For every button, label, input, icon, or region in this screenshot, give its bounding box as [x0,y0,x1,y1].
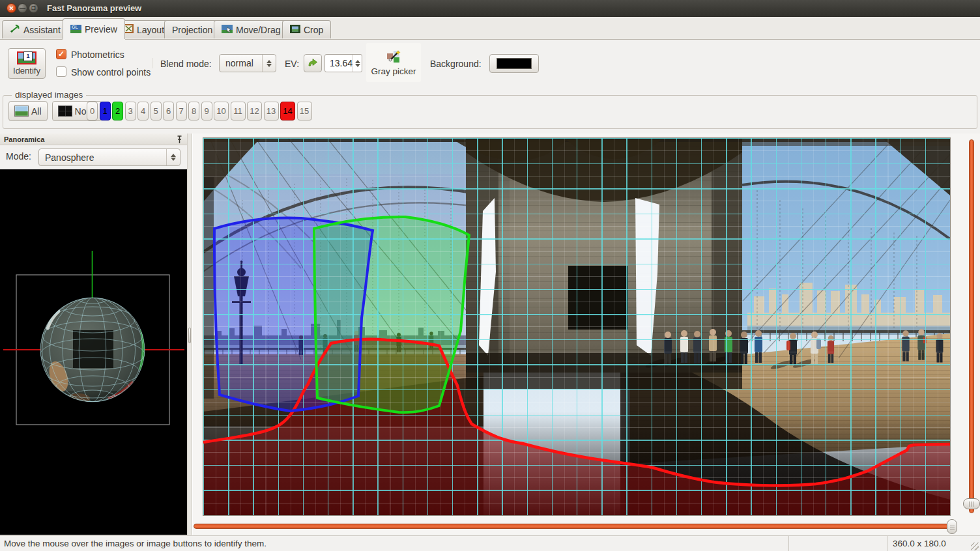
photometrics-checkbox[interactable]: ✓ [56,49,66,59]
image-toggle-5[interactable]: 5 [151,102,162,120]
show-control-points-checkbox[interactable] [56,66,66,77]
gray-picker-icon [386,49,401,64]
tab-label: Projection [172,25,212,35]
panosphere-canvas[interactable] [0,169,187,535]
photometrics-label: Photometrics [71,49,124,60]
background-swatch [497,58,532,69]
image-toggle-13[interactable]: 13 [264,102,279,120]
image-toggle-10[interactable]: 10 [214,102,229,120]
blend-mode-select[interactable]: normal [219,54,276,72]
fast-panorama-preview-window: ✕ — ❒ Fast Panorama preview Assistant GL… [0,0,980,551]
image-toggle-15[interactable]: 15 [297,102,312,120]
panel-splitter[interactable] [187,134,192,535]
image-toggle-1[interactable]: 1 [100,102,111,120]
window-title: Fast Panorama preview [47,0,141,17]
ev-label: EV: [285,59,299,69]
image-toggle-0[interactable]: 0 [87,102,98,120]
maximize-icon[interactable]: ❒ [29,3,38,13]
image-toggle-3[interactable]: 3 [125,102,136,120]
toolbar-separator [152,58,153,68]
tab-projection[interactable]: Projection [164,20,220,38]
displayed-images-legend: displayed images [12,90,86,100]
image-toggle-7[interactable]: 7 [176,102,187,120]
splitter-grip[interactable] [188,328,191,343]
tab-crop[interactable]: Crop [282,20,331,38]
vertical-pan-slider-handle[interactable] [963,498,980,509]
tab-bar: Assistant GL Preview Layout Projection M… [0,17,980,40]
resize-grip[interactable] [971,543,979,550]
tab-label: Preview [85,24,117,35]
mode-label: Mode: [6,151,31,162]
tab-move-drag[interactable]: Move/Drag [214,20,288,38]
crop-icon [290,25,300,35]
tab-label: Assistant [23,25,61,35]
image-toggle-6[interactable]: 6 [163,102,174,120]
show-all-button[interactable]: All [8,101,48,121]
tab-assistant[interactable]: Assistant [2,20,68,38]
title-bar: ✕ — ❒ Fast Panorama preview [0,0,980,18]
preview-pane [192,134,980,535]
close-icon[interactable]: ✕ [7,3,16,13]
status-bar: Move the mouse over the images or image … [0,535,980,551]
panosphere-rendering [0,169,187,535]
mode-select[interactable]: Panosphere [38,148,180,166]
image-toggle-2[interactable]: 2 [112,102,123,120]
horizontal-pan-slider-handle[interactable] [947,519,957,534]
chevron-updown-icon [262,55,276,72]
status-cell-empty [789,536,887,551]
panoramica-panel-header[interactable]: Panoramica [0,134,187,145]
image-toggle-12[interactable]: 12 [247,102,262,120]
assistant-icon [10,24,20,35]
blend-mode-label: Blend mode: [160,59,212,69]
no-images-icon [58,106,72,117]
gl-preview-icon: GL [70,25,81,33]
image-toggle-8[interactable]: 8 [188,102,199,120]
ev-value-spinner[interactable]: 13.64 [324,54,362,72]
all-images-icon [14,106,29,117]
layout-icon [124,24,134,35]
image-toggle-14[interactable]: 14 [280,102,295,120]
image-toggle-11[interactable]: 11 [231,102,246,120]
ev-reset-button[interactable] [304,54,322,72]
chevron-updown-icon [166,149,180,165]
vertical-pan-slider[interactable] [969,139,974,513]
image-toggle-9[interactable]: 9 [201,102,212,120]
image-toggle-row: 0 1 2 3 4 5 6 7 8 9 10 11 12 13 14 15 [87,102,312,120]
tab-preview[interactable]: GL Preview [63,18,125,39]
panorama-preview-canvas[interactable] [203,137,951,516]
identify-button[interactable]: 1 Identify [8,48,46,79]
show-control-points-label: Show control points [71,67,151,78]
mode-row: Mode: Panosphere [0,145,187,169]
green-redo-arrow-icon [307,57,319,68]
minimize-icon[interactable]: — [18,3,27,13]
image-toggle-4[interactable]: 4 [137,102,149,120]
tab-label: Crop [304,25,323,35]
gray-picker-button[interactable]: Gray picker [366,43,421,82]
tab-label: Move/Drag [236,25,280,35]
status-message: Move the mouse over the images or image … [0,536,789,551]
tab-label: Layout [137,25,164,35]
background-label: Background: [430,59,482,69]
background-color-button[interactable] [489,54,539,73]
move-drag-icon [222,25,233,35]
spinner-arrows-icon[interactable] [353,55,362,72]
horizontal-pan-slider[interactable] [194,524,951,529]
pano-size-field: 360.0 x 180.0 [887,536,980,551]
preview-photo [203,138,950,515]
identify-icon: 1 [17,51,36,64]
